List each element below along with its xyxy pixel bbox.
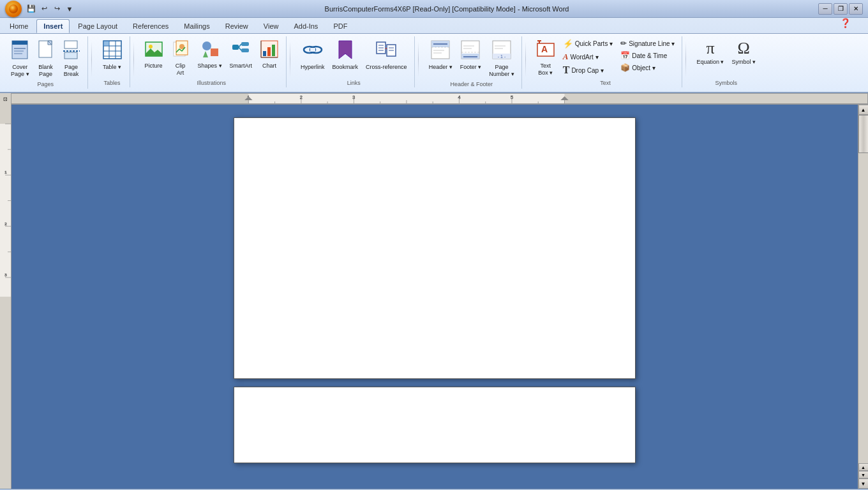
svg-rect-56 [461,54,479,59]
quick-parts-button[interactable]: ⚡ Quick Parts ▾ [560,38,616,50]
illustrations-group-label: Illustrations [197,80,227,86]
svg-text:A: A [541,44,548,54]
close-button[interactable]: ✕ [849,3,863,15]
blank-page-button[interactable]: Blank Page [34,38,58,80]
document-canvas[interactable] [11,105,858,489]
tables-group-items: Table ▾ [99,38,126,78]
pages-group-items: Cover Page ▾ Blank Page [8,38,84,80]
ruler-area: ⊡ 1 2 3 4 5 [0,93,868,105]
ribbon-group-text: A Text Box ▾ ⚡ Quick Parts ▾ A WordAr [529,36,683,87]
scroll-down-button[interactable]: ▼ [858,479,869,489]
smartart-label: SmartArt [230,63,253,70]
tab-page-layout[interactable]: Page Layout [71,19,124,33]
text-col-right: ⚡ Quick Parts ▾ A WordArt ▾ T Drop Cap ▾ [560,38,616,77]
picture-button[interactable]: Picture [141,38,167,71]
svg-rect-71 [11,94,248,104]
wordart-icon: A [563,52,569,62]
tables-group-label: Tables [104,80,121,86]
text-box-icon: A [536,40,555,62]
bookmark-label: Bookmark [333,64,359,71]
date-time-button[interactable]: 📅 Date & Time [617,50,678,61]
page-number-button[interactable]: - 1 - Page Number ▾ [486,38,518,80]
tab-review[interactable]: Review [218,19,255,33]
signature-line-label: Signature Line ▾ [629,40,675,47]
drop-cap-icon: T [563,65,570,75]
header-button[interactable]: Header ▾ [426,38,456,73]
restore-button[interactable]: ❐ [834,3,848,15]
bookmark-icon [338,40,353,63]
cover-page-button[interactable]: Cover Page ▾ [8,38,33,80]
ribbon-group-illustrations: Picture Clip Art [137,36,287,87]
tab-home[interactable]: Home [3,19,35,33]
ribbon-group-pages: Cover Page ▾ Blank Page [4,36,88,89]
svg-rect-25 [211,48,218,56]
svg-rect-17 [103,41,109,46]
svg-text:4: 4 [458,95,460,100]
equation-icon: π [706,40,714,58]
bookmark-button[interactable]: Bookmark [329,38,362,73]
ribbon-group-links: Hyperlink Bookmark [294,36,415,87]
tab-mailings[interactable]: Mailings [177,19,216,33]
save-button[interactable]: 💾 [26,3,37,15]
scroll-up-button[interactable]: ▲ [858,105,869,115]
scroll-track[interactable] [858,115,869,463]
clip-art-button[interactable]: Clip Art [168,38,193,78]
hyperlink-button[interactable]: Hyperlink [297,38,328,73]
separator-5 [525,41,526,77]
footer-button[interactable]: Footer ▾ [457,38,485,73]
smartart-icon [231,40,250,62]
table-button[interactable]: Table ▾ [99,38,126,73]
smartart-button[interactable]: SmartArt [227,38,256,71]
shapes-label: Shapes ▾ [198,63,222,70]
cross-reference-button[interactable]: Cross-reference [363,38,410,73]
cover-page-label: Cover Page ▾ [11,64,29,78]
svg-text:5: 5 [511,95,513,100]
shapes-button[interactable]: Shapes ▾ [195,38,225,71]
wordart-label: WordArt ▾ [570,54,598,61]
page-break-button[interactable]: Page Break [59,38,84,80]
svg-rect-72 [564,94,867,104]
picture-label: Picture [145,63,163,70]
signature-line-button[interactable]: ✏ Signature Line ▾ [617,38,678,49]
tab-pdf[interactable]: PDF [326,19,354,33]
tab-references[interactable]: References [126,19,176,33]
object-button[interactable]: 📦 Object ▾ [617,62,678,73]
scroll-thumb[interactable] [858,115,869,153]
object-icon: 📦 [620,63,630,72]
links-group-items: Hyperlink Bookmark [297,38,410,78]
svg-rect-28 [241,42,249,46]
main-area: 1 2 3 ▲ ▲ ▼ ▼ [0,105,868,489]
table-icon [102,40,123,63]
drop-cap-button[interactable]: T Drop Cap ▾ [560,64,616,77]
ribbon-group-symbols: π Equation ▾ Ω Symbol ▾ Symbols [689,36,763,87]
text-group-label: Text [600,80,611,86]
symbol-button[interactable]: Ω Symbol ▾ [728,38,759,67]
shapes-icon [200,40,220,62]
svg-text:- 1 -: - 1 - [498,54,506,59]
quick-parts-label: Quick Parts ▾ [575,40,613,47]
svg-rect-2 [12,41,27,45]
minimize-button[interactable]: ─ [818,3,832,15]
tab-add-ins[interactable]: Add-Ins [287,19,325,33]
page-number-label: Page Number ▾ [489,64,514,78]
redo-button[interactable]: ↪ [51,3,63,15]
separator-1 [91,41,92,77]
text-box-button[interactable]: A Text Box ▾ [533,38,558,78]
equation-button[interactable]: π Equation ▾ [693,38,727,67]
ruler-corner[interactable]: ⊡ [0,93,11,105]
svg-rect-8 [64,41,77,48]
undo-button[interactable]: ↩ [38,3,50,15]
chart-icon [260,40,279,62]
tab-insert[interactable]: Insert [36,19,70,33]
wordart-button[interactable]: A WordArt ▾ [560,50,616,63]
chart-button[interactable]: Chart [257,38,282,71]
office-orb[interactable] [5,1,22,17]
scroll-next-page-button[interactable]: ▼ [858,471,869,479]
customize-qat-button[interactable]: ▼ [64,3,75,15]
page-number-icon: - 1 - [491,40,512,63]
help-button[interactable]: ❓ [840,18,853,31]
document-page-2 [234,387,636,463]
scroll-prev-page-button[interactable]: ▲ [858,463,869,471]
tab-view[interactable]: View [257,19,286,33]
footer-label: Footer ▾ [460,64,482,71]
